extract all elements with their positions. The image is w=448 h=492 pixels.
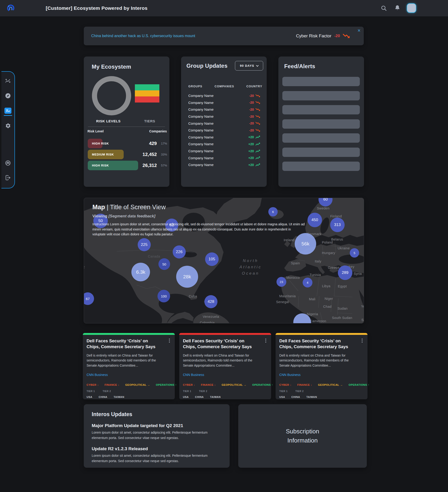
map-data-bubble[interactable]: 6.3k [131, 263, 150, 281]
sidebar-item-logout[interactable] [1, 173, 14, 182]
company-row[interactable]: Company Name -20 [181, 99, 267, 106]
tab-companies[interactable]: COMPANIES [215, 85, 234, 88]
company-row[interactable]: Company Name +20 [181, 134, 267, 141]
map-country-label: Chad [323, 305, 332, 309]
map-instructions: Instructions Lorem ipsum dolor sit amet,… [92, 222, 305, 237]
map-country-label: Ireland [284, 238, 294, 242]
companies-percent: 17% [161, 139, 167, 148]
arrow-up-icon: ↑ [272, 383, 273, 386]
kebab-menu-icon[interactable] [168, 338, 171, 343]
notifications-bell-icon[interactable] [394, 4, 401, 11]
map-data-bubble[interactable]: 4 [303, 278, 312, 287]
map-country-label: North Pacific Ocean [84, 257, 86, 277]
sidebar-item-tasks[interactable] [1, 106, 14, 115]
sidebar-item-explore[interactable] [1, 91, 14, 100]
trend-value: -20 [249, 122, 254, 125]
map-card[interactable]: SwedenFinlandDenmarkIrelandBelarusPoland… [84, 198, 364, 323]
news-card[interactable]: Dell Faces Security ‘Crisis’ on Chips, C… [179, 333, 271, 399]
country-labels: USACHINATAIWAN [87, 396, 170, 398]
trending-down-icon [256, 108, 260, 111]
risk-level-row[interactable]: HIGH RISK 26,312 57% [88, 161, 167, 170]
news-source-link[interactable]: CNN Business [183, 373, 204, 377]
map-data-bubble[interactable]: 313 [330, 218, 345, 232]
period-value: 90 DAYS [240, 64, 254, 68]
map-data-bubble[interactable]: 50 [159, 258, 170, 270]
kebab-menu-icon[interactable] [360, 338, 364, 343]
company-row[interactable]: Company Name +20 [181, 154, 267, 161]
trending-up-icon [256, 135, 260, 139]
close-icon[interactable]: × [358, 28, 360, 33]
tier-labels: TIER 1TIER 2 [87, 390, 170, 392]
map-data-bubble[interactable]: 289 [338, 266, 352, 280]
risk-donut-chart [92, 76, 131, 115]
sidebar-item-insights[interactable] [1, 76, 14, 86]
arrow-down-icon: ↓ [97, 383, 99, 386]
trending-up-icon [256, 143, 260, 146]
viewing-label: Viewing [92, 214, 109, 218]
trending-up-icon [256, 156, 260, 160]
risk-level-row[interactable]: MEDIUM RISK 12,452 33% [88, 150, 167, 159]
tab-country[interactable]: COUNTRY [246, 85, 262, 88]
company-row[interactable]: Company Name -20 [181, 106, 267, 113]
news-title: Dell Faces Security ‘Crisis’ on Chips, C… [183, 338, 258, 350]
risk-bar-label: MEDIUM RISK [92, 150, 114, 159]
company-name: Company Name [188, 94, 249, 98]
subscription-card: Subscription Information [238, 404, 367, 468]
news-card[interactable]: Dell Faces Security ‘Crisis’ on Chips, C… [276, 333, 368, 399]
tab-risk-levels[interactable]: RISK LEVELS [96, 119, 121, 123]
map-data-bubble[interactable]: 225 [138, 238, 151, 251]
company-row[interactable]: Company Name +20 [181, 148, 267, 154]
company-row[interactable]: Company Name -20 [181, 127, 267, 134]
kebab-menu-icon[interactable] [264, 338, 267, 343]
companies-percent: 33% [161, 150, 167, 159]
feed-skeleton-row [282, 105, 360, 114]
search-icon[interactable] [380, 5, 387, 12]
trend-value: -20 [249, 128, 254, 132]
tab-groups[interactable]: GROUPS [188, 85, 202, 88]
company-row[interactable]: Company Name +20 [181, 141, 267, 148]
company-row[interactable]: Company Name -20 [181, 120, 267, 127]
my-ecosystem-title: My Ecosystem [92, 63, 131, 70]
company-name: Company Name [188, 156, 248, 160]
period-dropdown[interactable]: 90 DAYS [235, 61, 263, 71]
map-country-label: Mali [309, 297, 316, 301]
sidebar-item-network[interactable] [1, 158, 14, 168]
map-country-label: Niger [325, 297, 333, 301]
news-accent-bar [179, 333, 271, 335]
wheel-icon [5, 160, 11, 166]
news-card[interactable]: Dell Faces Security ‘Crisis’ on Chips, C… [83, 333, 175, 399]
banner-headline-link[interactable]: China behind another hack as U.S. cybers… [91, 27, 195, 45]
arrow-down-icon: ↓ [311, 383, 312, 386]
companies-count: 429 [149, 139, 157, 148]
news-source-link[interactable]: CNN Business [279, 373, 300, 377]
map-data-bubble[interactable]: 105 [205, 252, 219, 266]
map-country-label: North Atlantic Ocean [239, 257, 262, 277]
map-data-bubble[interactable]: 428 [204, 295, 218, 308]
company-row[interactable]: Company Name -20 [181, 92, 267, 99]
news-title: Dell Faces Security ‘Crisis’ on Chips, C… [87, 338, 161, 350]
map-data-bubble[interactable]: 5 [350, 248, 359, 257]
map-data-bubble[interactable]: 100 [158, 290, 170, 302]
map-data-bubble[interactable]: 450 [308, 213, 322, 227]
user-avatar[interactable] [407, 4, 416, 12]
map-data-bubble[interactable]: 28k [176, 266, 198, 288]
map-country-label: Morocco [286, 276, 300, 280]
company-row[interactable]: Company Name +20 [181, 161, 267, 168]
tab-tiers[interactable]: TIERS [144, 119, 155, 123]
cyber-risk-banner: China behind another hack as U.S. cybers… [84, 27, 364, 45]
map-data-bubble[interactable]: 23 [277, 277, 286, 287]
interos-logo-icon[interactable] [7, 4, 15, 12]
tier-labels: TIER 1TIER 2 [279, 390, 363, 392]
company-row[interactable]: Company Name -20 [181, 113, 267, 120]
map-country-label: Hungary [322, 251, 335, 255]
news-source-link[interactable]: CNN Business [87, 373, 108, 377]
settings-gear-icon [5, 123, 11, 129]
map-data-bubble[interactable]: 226 [173, 246, 186, 258]
news-body: Dell is entirely reliant on China and Ta… [87, 353, 166, 368]
sidebar-item-settings[interactable] [1, 121, 14, 130]
cyber-risk-factor-value: -20 [334, 34, 340, 38]
risk-level-row[interactable]: HIGH RISK 429 17% [88, 139, 167, 148]
news-accent-bar [83, 333, 175, 335]
chevron-down-icon [256, 64, 259, 67]
map-country-label: Nigeria [307, 312, 318, 316]
